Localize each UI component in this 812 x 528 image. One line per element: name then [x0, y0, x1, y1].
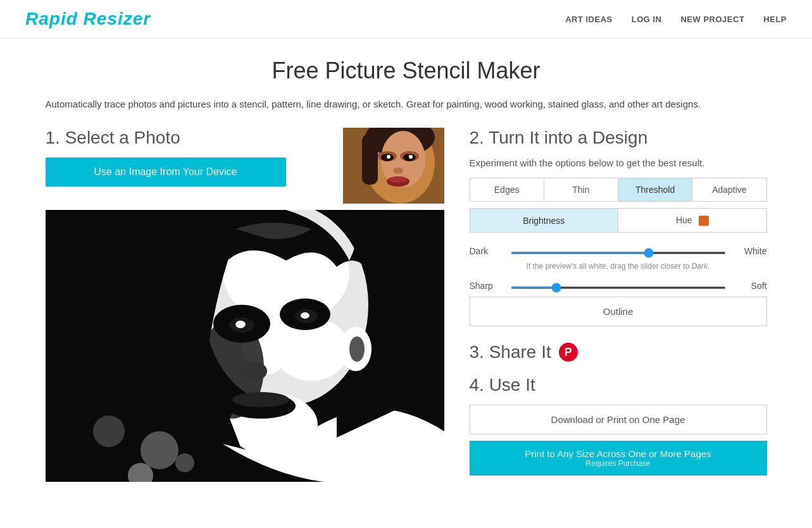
soft-label: Soft: [732, 281, 767, 291]
brightness-slider-wrapper: [511, 245, 726, 257]
svg-rect-3: [362, 134, 378, 185]
tab-brightness[interactable]: Brightness: [470, 209, 619, 232]
nav-art-ideas[interactable]: ART IDEAS: [565, 15, 613, 24]
top-left-area: 1. Select a Photo Use an Image from Your…: [46, 128, 444, 204]
svg-point-10: [409, 155, 413, 159]
hue-swatch: [699, 216, 709, 226]
sharp-label: Sharp: [470, 281, 504, 291]
dark-label: Dark: [470, 246, 504, 256]
sharpness-slider-row: Sharp Soft: [470, 280, 767, 292]
photo-thumbnail: [343, 128, 444, 204]
svg-point-13: [389, 176, 408, 183]
brightness-slider[interactable]: [511, 252, 726, 254]
step4-heading: 4. Use It: [470, 375, 767, 395]
design-description: Experiment with the options below to get…: [470, 157, 767, 168]
thumbnail-svg: [343, 128, 444, 204]
share-section: 3. Share It P: [470, 342, 767, 362]
svg-point-34: [93, 415, 125, 447]
left-column: 1. Select a Photo Use an Image from Your…: [46, 128, 444, 485]
svg-point-30: [301, 312, 309, 319]
sharpness-slider-wrapper: [511, 280, 726, 292]
pinterest-button[interactable]: P: [559, 343, 578, 362]
svg-point-26: [242, 362, 267, 381]
outline-button[interactable]: Outline: [470, 297, 767, 326]
step1-heading: 1. Select a Photo: [46, 128, 330, 148]
white-label: White: [732, 246, 767, 256]
design-section: 2. Turn It into a Design Experiment with…: [470, 128, 767, 326]
svg-point-31: [141, 431, 178, 469]
header: Rapid Resizer ART IDEAS LOG IN NEW PROJE…: [0, 0, 812, 39]
main-content: Free Picture Stencil Maker Automatically…: [20, 39, 792, 504]
tab-edges[interactable]: Edges: [470, 178, 544, 201]
stencil-preview: [46, 210, 444, 482]
svg-point-11: [393, 168, 403, 174]
step2-heading: 2. Turn It into a Design: [470, 128, 767, 148]
svg-point-36: [349, 336, 365, 362]
tab-threshold[interactable]: Threshold: [618, 178, 692, 201]
logo: Rapid Resizer: [25, 9, 151, 29]
print-button[interactable]: Print to Any Size Across One or More Pag…: [470, 441, 767, 476]
nav-new-project[interactable]: NEW PROJECT: [680, 15, 744, 24]
tab-hue[interactable]: Hue: [618, 209, 766, 232]
svg-point-33: [175, 453, 194, 472]
svg-point-25: [232, 392, 289, 407]
svg-point-7: [387, 155, 390, 159]
right-column: 2. Turn It into a Design Experiment with…: [470, 128, 767, 485]
tab-thin[interactable]: Thin: [544, 178, 618, 201]
two-column-layout: 1. Select a Photo Use an Image from Your…: [46, 128, 767, 485]
brightness-hint: If the preview's all white, drag the sli…: [470, 262, 767, 271]
page-description: Automatically trace photos and pictures …: [46, 97, 767, 112]
tab-adaptive[interactable]: Adaptive: [692, 178, 766, 201]
sharpness-slider[interactable]: [511, 286, 726, 289]
svg-point-14: [382, 187, 414, 202]
select-area: 1. Select a Photo Use an Image from Your…: [46, 128, 330, 196]
page-title: Free Picture Stencil Maker: [46, 58, 767, 84]
nav: ART IDEAS LOG IN NEW PROJECT HELP: [565, 15, 787, 24]
use-section: 4. Use It Download or Print on One Page …: [470, 375, 767, 476]
step3-heading: 3. Share It P: [470, 342, 767, 362]
print-sub: Requires Purchase: [477, 459, 759, 468]
download-button[interactable]: Download or Print on One Page: [470, 405, 767, 434]
stencil-svg: [46, 210, 444, 482]
brightness-slider-row: Dark White: [470, 245, 767, 257]
mode-tabs: Brightness Hue: [470, 208, 767, 233]
filter-tabs: Edges Thin Threshold Adaptive: [470, 178, 767, 202]
svg-point-29: [235, 321, 246, 328]
nav-log-in[interactable]: LOG IN: [632, 15, 662, 24]
upload-button[interactable]: Use an Image from Your Device: [46, 157, 286, 187]
nav-help[interactable]: HELP: [763, 15, 787, 24]
